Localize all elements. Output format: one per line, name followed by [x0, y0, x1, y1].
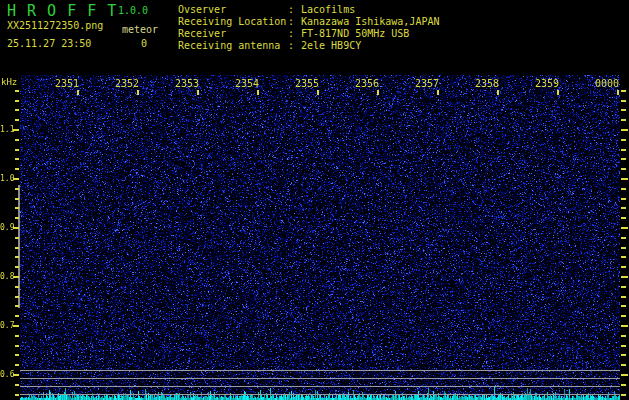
time-tick	[557, 90, 559, 95]
freq-tick	[621, 158, 626, 160]
freq-tick	[621, 364, 626, 366]
freq-tick	[621, 266, 626, 268]
app-version: 1.0.0	[118, 5, 148, 16]
info-separator: :	[288, 28, 294, 39]
time-tick-label: 2352	[113, 78, 139, 89]
freq-tick	[621, 119, 626, 121]
freq-tick	[621, 178, 628, 180]
time-tick	[377, 90, 379, 95]
freq-tick	[15, 286, 19, 288]
time-tick-label: 2359	[533, 78, 559, 89]
info-separator: :	[288, 40, 294, 51]
freq-tick	[621, 335, 626, 337]
info-separator: :	[288, 4, 294, 15]
time-tick-label: 2351	[53, 78, 79, 89]
freq-tick	[621, 305, 626, 307]
time-tick	[77, 90, 79, 95]
freq-tick	[621, 345, 626, 347]
freq-tick-label: 1.0	[0, 174, 13, 183]
freq-tick	[15, 296, 19, 298]
freq-tick	[621, 276, 628, 278]
freq-tick	[15, 109, 19, 111]
freq-tick-label: 0.9	[0, 223, 13, 232]
level-grid-line	[20, 394, 620, 395]
freq-tick	[621, 286, 626, 288]
freq-tick	[15, 345, 19, 347]
time-tick-label: 2354	[233, 78, 259, 89]
time-tick	[497, 90, 499, 95]
freq-tick-label: 0.8	[0, 272, 13, 281]
level-grid-line	[20, 378, 620, 379]
freq-tick	[15, 247, 19, 249]
freq-tick	[15, 217, 19, 219]
freq-tick-label: 1.1	[0, 125, 13, 134]
info-value-antenna: 2ele HB9CY	[301, 40, 361, 51]
freq-tick	[15, 315, 19, 317]
app-title: H R O F F T	[7, 2, 117, 20]
time-tick-label: 2357	[413, 78, 439, 89]
freq-tick	[15, 119, 19, 121]
freq-tick	[621, 237, 626, 239]
freq-tick	[15, 139, 19, 141]
time-tick	[617, 90, 619, 95]
freq-tick	[621, 198, 626, 200]
freq-tick	[621, 188, 626, 190]
freq-tick	[621, 296, 626, 298]
time-tick-label: 2358	[473, 78, 499, 89]
info-label-receiver: Receiver	[178, 28, 226, 39]
freq-tick-label: 0.7	[0, 321, 13, 330]
time-tick-label: 0000	[593, 78, 619, 89]
freq-tick	[15, 266, 19, 268]
freq-tick	[15, 158, 19, 160]
hrofft-window: H R O F F T 1.0.0 XX2511272350.png meteo…	[0, 0, 629, 400]
time-tick-label: 2356	[353, 78, 379, 89]
time-tick	[257, 90, 259, 95]
info-separator: :	[288, 16, 294, 27]
freq-tick	[15, 354, 19, 356]
time-tick	[437, 90, 439, 95]
freq-tick	[621, 109, 626, 111]
freq-tick	[621, 217, 626, 219]
output-filename: XX2511272350.png	[7, 20, 103, 31]
freq-tick	[15, 90, 19, 92]
freq-tick	[621, 354, 626, 356]
freq-tick	[15, 364, 19, 366]
freq-tick	[621, 247, 626, 249]
freq-tick	[621, 100, 626, 102]
freq-tick	[15, 168, 19, 170]
info-value-location: Kanazawa Ishikawa,JAPAN	[301, 16, 439, 27]
info-value-receiver: FT-817ND 50MHz USB	[301, 28, 409, 39]
freq-tick	[15, 188, 19, 190]
spectrogram-waterfall	[20, 75, 620, 400]
freq-tick	[15, 384, 19, 386]
time-tick	[317, 90, 319, 95]
freq-tick	[621, 139, 626, 141]
freq-tick	[621, 394, 626, 396]
freq-tick	[15, 305, 19, 307]
freq-tick	[15, 149, 19, 151]
meteor-count: 0	[141, 38, 147, 49]
freq-tick	[621, 168, 626, 170]
mode-label: meteor	[122, 24, 158, 35]
freq-tick	[621, 325, 628, 327]
freq-tick	[15, 335, 19, 337]
freq-tick	[15, 100, 19, 102]
freq-tick	[621, 149, 626, 151]
info-label-antenna: Receiving antenna	[178, 40, 280, 51]
freq-tick	[15, 207, 19, 209]
freq-tick	[621, 90, 626, 92]
level-grid-line	[20, 370, 620, 371]
freq-tick	[15, 256, 19, 258]
freq-tick	[621, 374, 628, 376]
freq-tick	[621, 129, 628, 131]
freq-tick	[621, 315, 626, 317]
freq-tick	[621, 384, 626, 386]
time-tick-label: 2355	[293, 78, 319, 89]
freq-axis-unit: kHz	[1, 77, 17, 87]
freq-tick	[621, 256, 626, 258]
observation-datetime: 25.11.27 23:50	[7, 38, 91, 49]
time-tick	[137, 90, 139, 95]
info-label-location: Receiving Location	[178, 16, 286, 27]
freq-tick	[15, 198, 19, 200]
freq-tick	[15, 394, 19, 396]
